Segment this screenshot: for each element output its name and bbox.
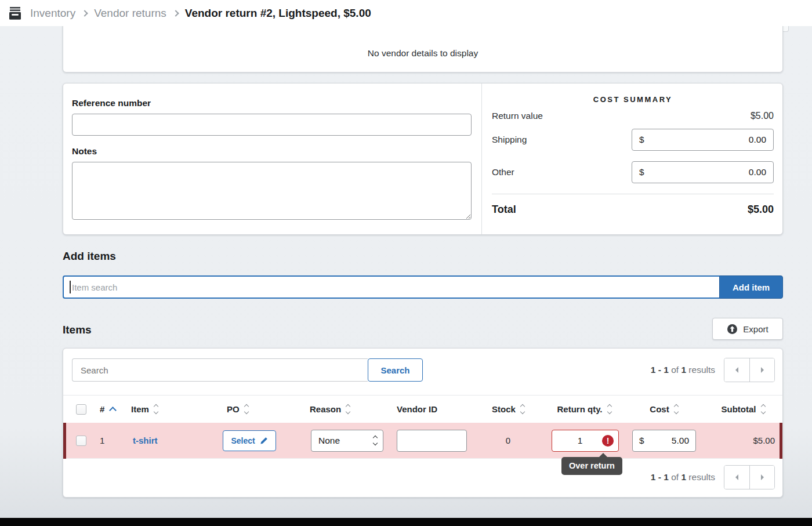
pencil-icon: [260, 437, 268, 445]
page-content: No vendor details to display Reference n…: [0, 26, 812, 526]
currency-prefix: $: [639, 135, 644, 145]
column-item[interactable]: Item: [131, 404, 149, 414]
notes-textarea[interactable]: [72, 162, 472, 220]
items-heading: Items: [63, 324, 92, 336]
reason-select[interactable]: None: [311, 430, 383, 452]
row-checkbox[interactable]: [76, 436, 86, 446]
other-field: $: [632, 161, 774, 183]
arrow-right-icon: [761, 367, 767, 373]
total-amount: $5.00: [748, 204, 774, 216]
column-vendor-id: Vendor ID: [397, 404, 437, 414]
reason-selected-value: None: [318, 436, 340, 446]
table-search-input[interactable]: [72, 358, 368, 382]
arrow-left-icon: [733, 367, 738, 373]
cost-field[interactable]: $ 5.00: [632, 430, 696, 452]
sort-icon[interactable]: [245, 405, 248, 413]
results-count: 1 - 1 of 1 results: [651, 472, 715, 483]
add-items-bar: Add item: [63, 275, 783, 299]
sort-icon[interactable]: [762, 405, 765, 413]
item-search-input[interactable]: [63, 275, 719, 299]
items-table-panel: Search 1 - 1 of 1 results # Item: [63, 348, 783, 498]
return-qty-value: 1: [558, 436, 602, 446]
column-stock[interactable]: Stock: [492, 404, 516, 414]
reference-number-label: Reference number: [72, 98, 472, 108]
sort-icon[interactable]: [608, 405, 611, 413]
notes-label: Notes: [72, 146, 472, 157]
breadcrumb-vendor-returns[interactable]: Vendor returns: [94, 7, 166, 20]
sort-icon[interactable]: [154, 405, 158, 413]
sort-icon[interactable]: [675, 405, 678, 413]
table-row: 1 t-shirt Select None: [63, 423, 782, 459]
column-reason[interactable]: Reason: [310, 404, 341, 414]
currency-prefix: $: [639, 167, 644, 177]
pagination-bottom: 1 - 1 of 1 results: [651, 466, 775, 489]
return-value-amount: $5.00: [751, 111, 774, 121]
tooltip-text: Over return: [569, 461, 615, 470]
select-chevrons-icon: [374, 436, 377, 445]
pagination-top: 1 - 1 of 1 results: [651, 358, 775, 382]
table-header-row: # Item PO Reason Vendor ID Stock: [63, 395, 782, 423]
sort-icon[interactable]: [346, 405, 350, 413]
row-number: 1: [100, 436, 104, 445]
cost-summary-panel: COST SUMMARY Return value $5.00 Shipping…: [482, 84, 782, 234]
column-return-qty[interactable]: Return qty.: [557, 404, 602, 414]
text-cursor: [70, 281, 71, 293]
next-page-button[interactable]: [749, 358, 774, 382]
other-input[interactable]: [644, 167, 766, 177]
subtotal-value: $5.00: [702, 436, 784, 445]
shipping-label: Shipping: [492, 135, 527, 145]
column-cost[interactable]: Cost: [650, 404, 669, 414]
over-return-tooltip: Over return: [561, 457, 622, 475]
column-number[interactable]: #: [100, 404, 104, 414]
return-qty-field[interactable]: 1 !: [552, 430, 619, 452]
row-error-border: [63, 423, 66, 459]
add-items-heading: Add items: [63, 250, 116, 263]
sort-icon[interactable]: [521, 405, 524, 413]
tooltip-arrow: [599, 453, 608, 458]
total-label: Total: [492, 204, 516, 216]
chevron-right-icon: [81, 10, 88, 16]
vendor-details-panel: No vendor details to display: [63, 26, 783, 72]
table-search-button[interactable]: Search: [368, 358, 423, 382]
prev-page-button[interactable]: [724, 358, 749, 382]
row-error-border: [780, 423, 782, 459]
reference-number-input[interactable]: [72, 114, 472, 136]
select-po-button[interactable]: Select: [223, 430, 276, 451]
select-all-checkbox[interactable]: [76, 404, 86, 415]
export-button-label: Export: [743, 324, 768, 334]
no-vendor-details-message: No vendor details to display: [368, 48, 478, 59]
cost-summary-title: COST SUMMARY: [492, 95, 774, 104]
return-details-panel: Reference number Notes COST SUMMARY Retu…: [63, 83, 783, 235]
bottom-black-bar: [0, 518, 812, 526]
shipping-input[interactable]: [644, 135, 766, 145]
export-button[interactable]: Export: [712, 318, 783, 340]
breadcrumb-current: Vendor return #2, Lightspeed, $5.00: [185, 7, 371, 20]
other-label: Other: [492, 167, 514, 177]
cost-value: 5.00: [644, 436, 689, 446]
return-value-label: Return value: [492, 111, 543, 121]
error-icon: !: [602, 435, 614, 447]
prev-page-button[interactable]: [724, 466, 749, 489]
upload-icon: [727, 324, 738, 335]
breadcrumb: Inventory Vendor returns Vendor return #…: [0, 0, 812, 26]
vendor-id-input[interactable]: [397, 430, 467, 452]
return-details-form: Reference number Notes: [63, 84, 482, 234]
stock-value: 0: [506, 436, 510, 445]
next-page-button[interactable]: [749, 466, 774, 489]
arrow-right-icon: [761, 474, 767, 480]
results-count: 1 - 1 of 1 results: [651, 365, 715, 375]
currency-prefix: $: [639, 436, 644, 446]
arrow-left-icon: [733, 474, 738, 480]
column-subtotal[interactable]: Subtotal: [722, 404, 756, 414]
add-item-button[interactable]: Add item: [719, 275, 783, 299]
chevron-right-icon: [172, 10, 179, 16]
sort-asc-icon[interactable]: [109, 407, 117, 414]
column-po[interactable]: PO: [227, 404, 240, 414]
inventory-archive-icon: [8, 6, 23, 21]
breadcrumb-inventory[interactable]: Inventory: [30, 7, 75, 20]
shipping-field: $: [632, 129, 774, 151]
item-link[interactable]: t-shirt: [125, 436, 158, 445]
divider: [492, 194, 774, 194]
